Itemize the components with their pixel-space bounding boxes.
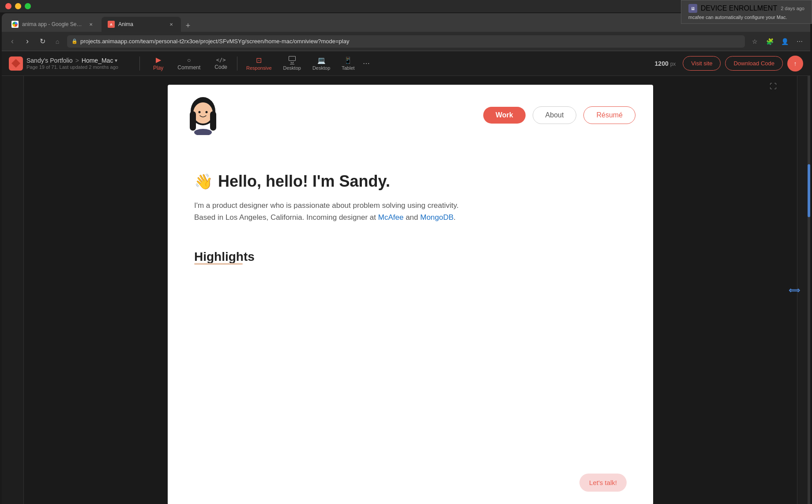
hero-desc-part2: Based in Los Angeles, California. Incomi… [194,213,376,222]
view-modes: ⊡ Responsive Desktop 💻 Desktop 📱 Tablet [241,53,360,74]
tab-close-google[interactable]: ✕ [87,21,94,28]
address-bar: ‹ › ↻ ⌂ 🔒 projects.animaapp.com/team/per… [2,32,810,51]
project-subtitle: Page 19 of 71. Last updated 2 months ago [26,64,118,70]
tablet-label: Tablet [342,65,354,71]
share-button[interactable]: ↑ [787,56,803,71]
svg-point-1 [193,102,213,124]
hero-title: 👋 Hello, hello! I'm Sandy. [194,172,627,191]
expand-icon: ⛶ [770,83,777,90]
notification-body: mcafee can automatically configure your … [688,15,804,20]
portfolio-nav: Work About Résumé [168,85,653,146]
canvas-area: ⛶ [24,76,797,504]
laptop-icon: 💻 [317,56,326,64]
svg-point-4 [199,111,201,113]
project-logo [9,56,23,71]
download-code-button[interactable]: Download Code [725,56,783,71]
px-display: 1200 px [655,60,676,67]
notification-banner: 🖥 DEVICE ENROLLMENT 2 days ago mcafee ca… [681,0,812,24]
responsive-label: Responsive [246,65,271,71]
desktop-mode-button-1[interactable]: Desktop [278,53,306,74]
nav-resume-button[interactable]: Résumé [583,106,635,124]
os-bar: 🖥 DEVICE ENROLLMENT 2 days ago mcafee ca… [0,0,812,12]
code-label: Code [214,64,227,70]
comment-icon: ○ [187,56,191,64]
tab-close-anima[interactable]: ✕ [168,21,175,28]
nav-work-button[interactable]: Work [483,107,526,124]
code-icon: </> [216,57,226,63]
share-icon: ↑ [794,60,797,67]
scroll-indicator [808,76,810,504]
anima-favicon: A [108,21,115,28]
breadcrumb-separator: > [75,57,79,64]
tab-google-search[interactable]: anima app - Google Search ✕ [5,17,101,32]
tab-google-label: anima app - Google Search [22,21,84,27]
svg-point-5 [206,111,208,113]
notification-time: 2 days ago [781,6,804,11]
url-text: projects.animaapp.com/team/personal-t2rx… [80,38,349,45]
tablet-mode-button[interactable]: 📱 Tablet [336,54,360,73]
expand-button[interactable]: ⛶ [767,80,779,93]
project-info: Sandy's Portfolio > Home_Mac ▾ Page 19 o… [9,56,132,71]
mcafee-link[interactable]: McAfee [378,213,404,222]
traffic-lights [5,3,31,9]
forward-button[interactable]: › [22,36,33,47]
more-options-icon[interactable]: ⋯ [794,36,805,47]
app-toolbar: Sandy's Portfolio > Home_Mac ▾ Page 19 o… [2,51,810,76]
screen-name[interactable]: Home_Mac ▾ [82,57,118,64]
resize-handle[interactable]: ⟺ [791,282,798,299]
lock-icon: 🔒 [71,38,78,44]
hero-section: 👋 Hello, hello! I'm Sandy. I'm a product… [168,146,653,237]
extensions-icon[interactable]: 🧩 [764,36,775,47]
more-button[interactable]: ⋯ [360,56,372,70]
comment-button[interactable]: ○ Comment [171,54,207,73]
notification-icon: 🖥 [688,4,697,13]
desktop-icon [289,56,296,65]
traffic-light-green[interactable] [25,3,31,9]
svg-rect-2 [190,111,196,131]
nav-about-button[interactable]: About [533,106,577,124]
url-bar[interactable]: 🔒 projects.animaapp.com/team/personal-t2… [67,35,745,48]
avatar-svg [185,95,221,135]
project-name: Sandy's Portfolio [26,57,73,64]
profile-icon[interactable]: 👤 [779,36,790,47]
hero-and: and [406,213,418,222]
main-area: ⛶ [2,76,810,504]
hero-period: . [454,213,456,222]
bookmark-icon[interactable]: ☆ [749,36,760,47]
traffic-light-yellow[interactable] [15,3,21,9]
play-button[interactable]: ▶ Play [147,53,169,74]
code-button[interactable]: </> Code [208,54,233,73]
mongodb-link[interactable]: MongoDB [420,213,454,222]
play-label: Play [153,65,163,71]
hero-desc-part1: I'm a product designer who is passionate… [194,201,459,210]
breadcrumb: Sandy's Portfolio > Home_Mac ▾ [26,57,118,64]
toolbar-divider-1 [139,56,140,71]
portfolio-nav-links: Work About Résumé [483,106,635,124]
new-tab-button[interactable]: + [182,19,194,32]
comment-label: Comment [177,64,200,71]
highlights-underline [194,263,243,265]
hero-title-text: Hello, hello! I'm Sandy. [218,172,390,191]
toolbar-actions: ▶ Play ○ Comment </> Code [147,53,233,74]
back-button[interactable]: ‹ [7,36,18,47]
px-value: 1200 [655,60,669,67]
home-button[interactable]: ⌂ [52,36,63,47]
lets-talk-button[interactable]: Let's talk! [579,474,627,492]
visit-site-button[interactable]: Visit site [683,56,721,71]
scroll-thumb[interactable] [808,164,810,217]
highlights-section: Highlights [168,237,653,273]
toolbar-divider-2 [237,56,237,71]
desktop-label-2: Desktop [312,65,330,71]
google-favicon [11,21,19,28]
responsive-mode-button[interactable]: ⊡ Responsive [241,53,277,73]
canvas-frame: Work About Résumé 👋 Hello, hello! I'm Sa… [168,85,653,504]
desktop-mode-button-2[interactable]: 💻 Desktop [307,54,335,73]
right-panel: ⟺ [797,76,810,504]
desktop-label-1: Desktop [283,65,301,71]
highlights-title: Highlights [194,250,255,264]
tab-anima[interactable]: A Anima ✕ [102,17,181,32]
refresh-button[interactable]: ↻ [37,36,48,47]
left-panel [2,76,24,504]
more-icon: ⋯ [363,60,370,67]
traffic-light-red[interactable] [5,3,11,9]
